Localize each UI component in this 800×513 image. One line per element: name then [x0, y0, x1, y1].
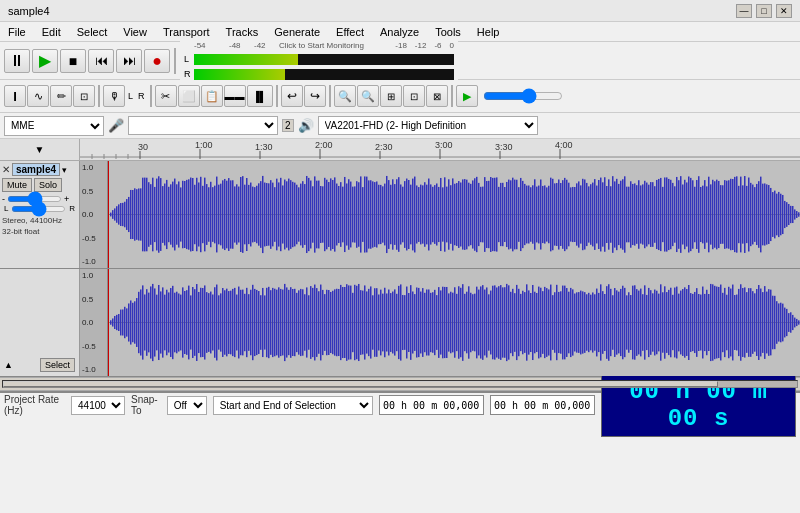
play-button[interactable]: ▶: [32, 49, 58, 73]
menu-view[interactable]: View: [119, 24, 151, 40]
zoom-sel-tool-button[interactable]: ⊡: [73, 85, 95, 107]
play-sel-button[interactable]: ▶: [456, 85, 478, 107]
svg-text:2:30: 2:30: [375, 142, 393, 152]
envelope-tool-button[interactable]: ∿: [27, 85, 49, 107]
tool-separator: [98, 85, 100, 107]
zoom-in-button[interactable]: 🔍: [334, 85, 356, 107]
track2-wave-canvas: [108, 269, 800, 376]
svg-text:3:00: 3:00: [435, 140, 453, 150]
record-button[interactable]: ●: [144, 49, 170, 73]
menu-tools[interactable]: Tools: [431, 24, 465, 40]
host-select[interactable]: MME: [4, 116, 104, 136]
project-rate-label: Project Rate (Hz): [4, 394, 65, 416]
menu-transport[interactable]: Transport: [159, 24, 214, 40]
menu-select[interactable]: Select: [73, 24, 112, 40]
device-bar: MME 🎤 2 🔊 VA2201-FHD (2- High Definition: [0, 113, 800, 139]
maximize-button[interactable]: □: [756, 4, 772, 18]
transport-toolbar: ⏸ ▶ ■ ⏮ ⏭ ● -54 -48 -42 Click to Start M…: [0, 42, 800, 80]
menu-tracks[interactable]: Tracks: [222, 24, 263, 40]
input-device-select[interactable]: [128, 116, 278, 135]
track1-bit-depth: 32-bit float: [2, 226, 77, 237]
track1-solo-button[interactable]: Solo: [34, 178, 62, 192]
status-bar: Project Rate (Hz) 44100 Snap-To Off Star…: [0, 391, 800, 441]
output-device-select[interactable]: VA2201-FHD (2- High Definition: [318, 116, 538, 135]
zoom-100-button[interactable]: ⊠: [426, 85, 448, 107]
selection-mode-select[interactable]: Start and End of Selection: [213, 396, 373, 415]
track1-sample-rate: Stereo, 44100Hz: [2, 215, 77, 226]
silence-button[interactable]: ▬▬: [224, 85, 246, 107]
selection-start-input[interactable]: [379, 395, 484, 415]
close-button[interactable]: ✕: [776, 4, 792, 18]
vu-scale-54: -54: [194, 41, 229, 50]
project-rate-select[interactable]: 44100: [71, 396, 125, 415]
scroll-thumb[interactable]: [3, 381, 718, 387]
titlebar: sample4 — □ ✕: [0, 0, 800, 22]
gain-minus-label: -: [2, 194, 5, 204]
vu-scale-0: 0: [450, 41, 454, 50]
vu-click-text[interactable]: Click to Start Monitoring: [279, 41, 395, 50]
track1-close-button[interactable]: ✕: [2, 164, 10, 175]
menu-analyze[interactable]: Analyze: [376, 24, 423, 40]
cut-button[interactable]: ✂: [155, 85, 177, 107]
select-tool-button[interactable]: I: [4, 85, 26, 107]
ruler-timeline: 30 1:00 1:30 2:00 2:30 3:00 3:30 4:00: [80, 139, 800, 160]
track1-title-row: ✕ sample4 ▾: [2, 163, 77, 176]
toolbar-separator: [174, 48, 176, 74]
vu-right-meter[interactable]: [194, 69, 454, 80]
menu-generate[interactable]: Generate: [270, 24, 324, 40]
pan-right-label: R: [69, 204, 75, 213]
vu-right-label: R: [184, 69, 192, 79]
scale-0-0: 0.0: [82, 210, 105, 219]
track1-dropdown-button[interactable]: ▾: [62, 165, 67, 175]
collapse-icon[interactable]: ▲: [4, 360, 13, 370]
vu-scale-48: -48: [229, 41, 254, 50]
menu-help[interactable]: Help: [473, 24, 504, 40]
pause-button[interactable]: ⏸: [4, 49, 30, 73]
zoom-sel-button[interactable]: ⊞: [380, 85, 402, 107]
lr-label-right: R: [136, 91, 147, 101]
track1-panel: ✕ sample4 ▾ Mute Solo - + L R Stereo, 44…: [0, 161, 800, 269]
ruler-row: ▼ 30 1:00 1:30 2:00 2:30 3:00 3:30 4:00: [0, 139, 800, 161]
redo-button[interactable]: ↪: [304, 85, 326, 107]
menu-file[interactable]: File: [4, 24, 30, 40]
scale-0-5: 0.5: [82, 187, 105, 196]
track1-pan-slider[interactable]: [11, 206, 66, 212]
ruler-left-spacer: ▼: [0, 139, 80, 160]
snap-arrow: ▼: [35, 144, 45, 155]
draw-tool-button[interactable]: ✏: [50, 85, 72, 107]
vu-right-row: R: [184, 68, 454, 81]
undo-button[interactable]: ↩: [281, 85, 303, 107]
copy-button[interactable]: ⬜: [178, 85, 200, 107]
skip-end-button[interactable]: ⏭: [116, 49, 142, 73]
zoom-fit-button[interactable]: ⊡: [403, 85, 425, 107]
paste-button[interactable]: 📋: [201, 85, 223, 107]
track1-name-label[interactable]: sample4: [12, 163, 60, 176]
vu-scale-12: -12: [415, 41, 427, 50]
skip-start-button[interactable]: ⏮: [88, 49, 114, 73]
track1-waveform[interactable]: 1.0 0.5 0.0 -0.5 -1.0: [80, 161, 800, 268]
scale-neg-0-5: -0.5: [82, 234, 105, 243]
track1-mute-button[interactable]: Mute: [2, 178, 32, 192]
scroll-track[interactable]: [2, 380, 798, 388]
menu-edit[interactable]: Edit: [38, 24, 65, 40]
scale-1-0: 1.0: [82, 163, 105, 172]
mic-button[interactable]: 🎙: [103, 85, 125, 107]
track2-select-button[interactable]: Select: [40, 358, 75, 372]
track2-controls: ▲ Select: [0, 269, 80, 376]
zoom-out-button[interactable]: 🔍: [357, 85, 379, 107]
undo-separator: [329, 85, 331, 107]
trim-button[interactable]: ▐▌: [247, 85, 273, 107]
track2-select-row: ▲ Select: [2, 356, 77, 374]
track-area: ✕ sample4 ▾ Mute Solo - + L R Stereo, 44…: [0, 161, 800, 377]
snap-to-select[interactable]: Off: [167, 396, 207, 415]
vu-left-meter[interactable]: [194, 54, 454, 65]
menu-effect[interactable]: Effect: [332, 24, 368, 40]
stop-button[interactable]: ■: [60, 49, 86, 73]
svg-text:3:30: 3:30: [495, 142, 513, 152]
vu-scale-18: -18: [395, 41, 407, 50]
svg-text:2:00: 2:00: [315, 140, 333, 150]
selection-end-input[interactable]: [490, 395, 595, 415]
minimize-button[interactable]: —: [736, 4, 752, 18]
playback-speed-slider[interactable]: [483, 89, 563, 103]
track2-waveform[interactable]: 1.0 0.5 0.0 -0.5 -1.0: [80, 269, 800, 376]
